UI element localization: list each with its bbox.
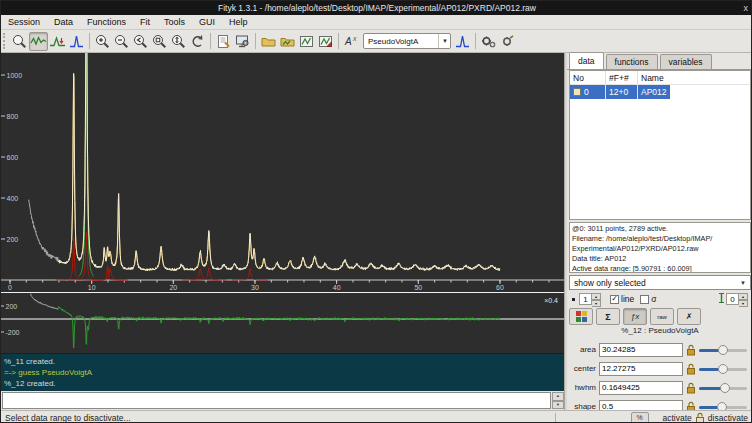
title-bar: Fityk 1.3.1 - /home/aleplo/test/Desktop/… — [1, 1, 752, 15]
command-input[interactable] — [2, 392, 551, 409]
peak-type-select[interactable]: PseudoVoigtA ▼ — [363, 33, 451, 49]
lock-toggle-icon[interactable] — [695, 412, 705, 423]
percent-button[interactable]: % — [631, 412, 649, 423]
info-line: Data title: AP012 — [572, 254, 748, 264]
svg-text:×0.4: ×0.4 — [544, 297, 558, 304]
spin-up-icon[interactable]: ▴ — [739, 293, 748, 300]
point-size-spinner[interactable]: 1▴▾ — [579, 293, 601, 305]
command-history-spinner[interactable]: ▴▾ — [552, 392, 564, 409]
delete-button[interactable]: ✗ — [677, 308, 701, 325]
guess-peak-button[interactable]: Ax — [342, 32, 361, 51]
menu-tools[interactable]: Tools — [157, 17, 192, 27]
dataset-row[interactable]: 0 12+0 AP012 — [570, 85, 670, 99]
zoom-vertical-button[interactable] — [169, 32, 188, 51]
tab-functions[interactable]: functions — [606, 54, 658, 69]
function-filter-select[interactable]: show only selected ▼ — [569, 275, 751, 290]
lock-icon[interactable] — [686, 382, 696, 394]
lock-icon[interactable] — [686, 363, 696, 375]
spin-down-icon[interactable]: ▾ — [739, 300, 748, 307]
svg-text:1000: 1000 — [7, 72, 23, 79]
slider-thumb[interactable] — [718, 345, 728, 355]
function-formula-button[interactable]: ƒx — [623, 308, 647, 325]
dataset-no: 0 — [584, 87, 589, 97]
color-grid-button[interactable] — [569, 308, 593, 325]
param-row-hwhm: hwhm — [567, 379, 752, 396]
open-data-button[interactable] — [259, 32, 278, 51]
guess-icon: Ax — [343, 33, 360, 50]
open-session-button[interactable] — [278, 32, 297, 51]
zoom-out-button[interactable] — [112, 32, 131, 51]
log-window-button[interactable] — [233, 32, 252, 51]
close-button[interactable]: x — [744, 1, 749, 15]
param-hwhm-input[interactable] — [599, 381, 683, 395]
sum-toggle-button[interactable]: Σ — [596, 308, 620, 325]
data-range-mode-button[interactable] — [29, 32, 48, 51]
plot-style-row: 1▴▾ ✓ line σ 0▴▾ — [569, 292, 751, 306]
dataset-list-header: No #F+# Name — [570, 71, 750, 85]
baseline-mode-button[interactable] — [48, 32, 67, 51]
param-center-input[interactable] — [599, 362, 683, 376]
save-session-button[interactable] — [316, 32, 335, 51]
dataset-checkbox[interactable] — [573, 88, 581, 96]
script-editor-button[interactable] — [214, 32, 233, 51]
menu-help[interactable]: Help — [222, 17, 255, 27]
line-checkbox[interactable]: ✓ — [610, 295, 619, 304]
zoom-mode-button[interactable] — [10, 32, 29, 51]
shift-spinner[interactable]: 0▴▾ — [726, 293, 748, 305]
main-plot[interactable]: 01020304050602004006008001000 — [1, 53, 564, 292]
lock-icon[interactable] — [686, 344, 696, 356]
sigma-checkbox[interactable] — [640, 295, 649, 304]
fit-run-button[interactable] — [479, 32, 498, 51]
chevron-down-icon: ▼ — [740, 280, 750, 286]
menu-data[interactable]: Data — [47, 17, 80, 27]
blue-peak-icon — [454, 33, 471, 50]
menu-bar: Session Data Functions Fit Tools GUI Hel… — [1, 15, 752, 30]
info-line: Active data range: [5.90791 : 60.009] — [572, 264, 748, 273]
fit-settings-button[interactable] — [498, 32, 517, 51]
zoom-prev-button[interactable] — [131, 32, 150, 51]
menu-gui[interactable]: GUI — [192, 17, 222, 27]
menu-session[interactable]: Session — [1, 17, 47, 27]
toolbar-separator — [338, 33, 339, 49]
dataset-name: AP012 — [638, 85, 670, 99]
zoom-undo-button[interactable] — [188, 32, 207, 51]
svg-text:30: 30 — [251, 284, 259, 291]
toolbar-grip[interactable] — [3, 33, 7, 49]
param-center-slider[interactable] — [699, 363, 747, 375]
spin-down-icon[interactable]: ▾ — [552, 401, 564, 410]
zoom-in-button[interactable] — [93, 32, 112, 51]
auxiliary-residual-plot[interactable]: 200-200×0.4 — [1, 293, 564, 353]
menu-fit[interactable]: Fit — [133, 17, 157, 27]
tab-data[interactable]: data — [569, 52, 604, 69]
selected-function-label: %_12 : PseudoVoigtA — [567, 326, 752, 335]
tab-variables[interactable]: variables — [660, 54, 712, 69]
svg-text:-200: -200 — [6, 329, 20, 336]
toolbar-separator — [210, 33, 211, 49]
param-hwhm-slider[interactable] — [699, 382, 747, 394]
menu-functions[interactable]: Functions — [80, 17, 133, 27]
slider-thumb[interactable] — [718, 364, 728, 374]
svg-text:800: 800 — [7, 113, 19, 120]
sidebar-tabs: data functions variables — [567, 53, 752, 70]
spin-up-icon[interactable]: ▴ — [552, 392, 564, 401]
param-area-slider[interactable] — [699, 344, 747, 356]
line-checkbox-label: line — [621, 294, 634, 304]
spin-up-icon[interactable]: ▴ — [592, 293, 601, 300]
raw-output-button[interactable]: raw — [650, 308, 674, 325]
add-peak-mode-button[interactable] — [67, 32, 86, 51]
chart-frame-red-icon — [317, 33, 334, 50]
console-line: %_11 created. — [4, 356, 564, 367]
spin-down-icon[interactable]: ▾ — [592, 300, 601, 307]
svg-text:10: 10 — [88, 284, 96, 291]
gear-wrench-icon — [499, 33, 516, 50]
zoom-all-button[interactable] — [150, 32, 169, 51]
slider-thumb[interactable] — [720, 383, 730, 393]
param-name: center — [567, 364, 599, 373]
command-input-row: ▴▾ — [1, 391, 564, 410]
param-area-input[interactable] — [599, 343, 683, 357]
save-image-button[interactable] — [297, 32, 316, 51]
svg-text:x: x — [352, 35, 357, 42]
dataset-list: No #F+# Name 0 12+0 AP012 — [569, 70, 751, 220]
add-peak-button[interactable] — [453, 32, 472, 51]
output-console[interactable]: %_11 created. =-> guess PseudoVoigtA %_1… — [1, 353, 564, 391]
